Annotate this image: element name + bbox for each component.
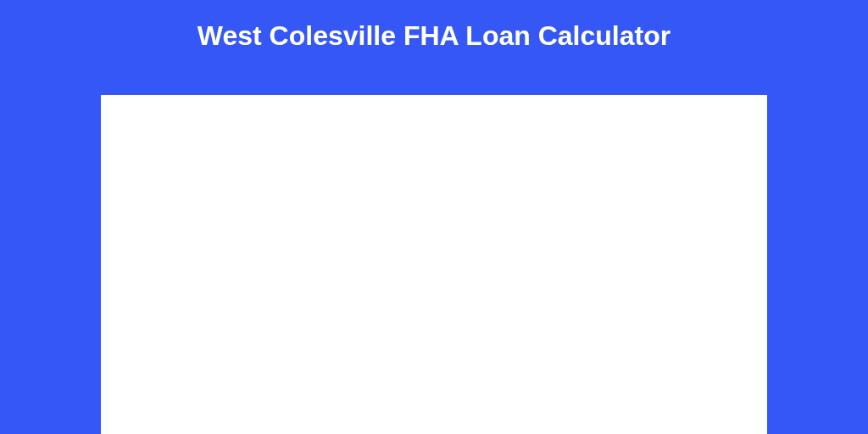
down-payment-pct-input[interactable] — [238, 245, 308, 270]
period-15[interactable]: 15 — [152, 365, 182, 387]
principal-value: $2,089 — [715, 270, 747, 282]
interest-slider[interactable] — [121, 336, 308, 338]
help-icon[interactable]: ? — [424, 327, 434, 337]
veteran-toggle[interactable] — [121, 403, 147, 416]
home-price-slider[interactable] — [121, 215, 308, 218]
breakdown-panel: Monthly payment breakdown: $2,814 per mo… — [328, 115, 767, 434]
page-title: West Colesville FHA Loan Calculator — [0, 0, 868, 67]
line-insurance: Home insurance:? $194 — [328, 319, 747, 347]
form-panel: Property Zip Code: Home price: Down paym… — [101, 115, 328, 434]
down-payment-input[interactable] — [121, 245, 231, 270]
line-taxes: Property taxes:? $531 — [328, 291, 747, 319]
period-20[interactable]: 20 — [182, 365, 213, 387]
taxes-label: Property taxes:? — [343, 298, 724, 310]
breakdown-title: Monthly payment breakdown: — [328, 115, 747, 127]
period-label: Mortgage period (years): — [121, 350, 308, 360]
dot-blue-icon — [328, 300, 337, 309]
svg-point-2 — [495, 150, 580, 235]
interest-label: Interest rate (%): — [121, 290, 308, 300]
insurance-value: $194 — [724, 326, 747, 338]
line-principal: Principal & Interest: $2,089 — [328, 263, 747, 291]
taxes-value: $531 — [724, 298, 747, 310]
card-shadow: Property Zip Code: Home price: Down paym… — [101, 95, 767, 434]
down-payment-slider[interactable] — [121, 275, 308, 278]
total-label: Total monthly payment: — [328, 355, 715, 367]
total-value: $2,814 — [715, 355, 747, 367]
interest-input[interactable] — [121, 305, 308, 331]
period-30[interactable]: 30 — [213, 365, 243, 387]
donut-sub: per month — [518, 197, 556, 206]
veteran-label: I am veteran or military — [153, 404, 248, 415]
line-total: Total monthly payment: $2,814 — [328, 347, 747, 376]
amort-text: Amortization for a mortgage loan refers … — [328, 422, 747, 434]
insurance-label: Home insurance:? — [343, 326, 724, 338]
svg-point-1 — [495, 150, 580, 235]
period-group: 10 15 20 30 — [121, 365, 308, 387]
zip-label: Property Zip Code: — [121, 115, 308, 125]
help-icon[interactable]: ? — [415, 299, 426, 309]
principal-label: Principal & Interest: — [343, 270, 715, 282]
amort-title: Amortization for mortgage loan — [328, 403, 747, 415]
svg-point-0 — [495, 150, 580, 235]
down-payment-label: Down payment: — [121, 230, 308, 240]
amortization-section: Amortization for mortgage loan Amortizat… — [328, 391, 747, 434]
period-10[interactable]: 10 — [121, 365, 152, 387]
calculator-card: Property Zip Code: Home price: Down paym… — [101, 95, 767, 434]
zip-input[interactable] — [121, 131, 308, 156]
home-price-label: Home price: — [121, 170, 308, 180]
dot-yellow-icon — [328, 328, 337, 337]
home-price-input[interactable] — [121, 185, 308, 210]
donut-chart: $2,814 per month — [482, 137, 593, 248]
donut-amount: $2,814 — [514, 179, 560, 197]
dot-green-icon — [328, 272, 337, 281]
